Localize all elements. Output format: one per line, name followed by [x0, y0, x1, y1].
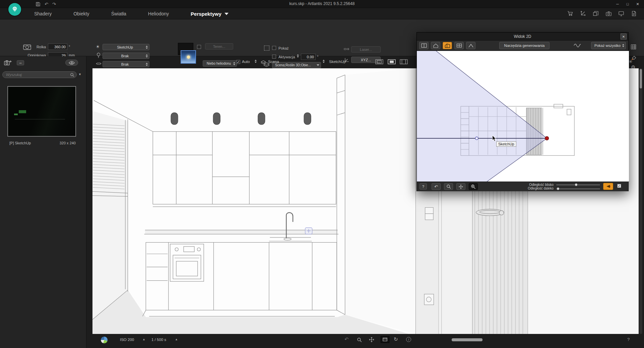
- camera-name-label: SketchUp: [329, 60, 346, 64]
- viewpoint-tooltip: SketchUp: [496, 141, 516, 147]
- minimize-button[interactable]: ─: [613, 0, 623, 8]
- laser-icon: [344, 47, 350, 51]
- laser-button-label: Laser...: [360, 48, 372, 52]
- shutter-stepper-icon[interactable]: ▲: [175, 338, 178, 341]
- menu-perspektywy[interactable]: Perspektywy: [191, 11, 229, 17]
- render-highlight: [14, 114, 18, 115]
- visibility-eye-button[interactable]: [65, 60, 78, 66]
- cart-icon[interactable]: [566, 10, 574, 17]
- viewport-vertical-scrollbar[interactable]: [639, 68, 642, 334]
- visible-layers-select[interactable]: Scena;Roślin 3D;Obie...: [272, 62, 321, 68]
- search-box[interactable]: [2, 71, 77, 78]
- menu-shadery[interactable]: Shadery: [34, 11, 52, 16]
- bulb-lighting-select[interactable]: Brak: [103, 53, 149, 59]
- neon-lighting-select[interactable]: Brak: [103, 61, 149, 67]
- show-all-select[interactable]: Pokaż wszystko: [591, 42, 626, 49]
- view-roof-button[interactable]: [466, 42, 475, 49]
- split-frame-button[interactable]: [399, 59, 408, 65]
- frustum-display-button[interactable]: [603, 183, 613, 190]
- dimensions-icon[interactable]: [579, 10, 587, 17]
- scene-stepper[interactable]: [255, 60, 257, 63]
- viewpoints-sidebar: – ▼ [P] SketchUp 320 x 240: [0, 56, 86, 348]
- pan-tool-button[interactable]: [456, 183, 465, 190]
- close-icon[interactable]: ✕: [621, 33, 627, 40]
- info-icon[interactable]: i: [406, 337, 411, 342]
- remove-viewpoint-button[interactable]: –: [17, 60, 24, 65]
- environment-preview-sky[interactable]: [181, 50, 196, 64]
- widok-2d-titlebar[interactable]: Widok 2D ✕: [417, 32, 628, 41]
- shutter-value[interactable]: 1 / 500 s: [151, 338, 166, 342]
- window-2d-toggle-button[interactable]: [381, 336, 389, 343]
- menu-swiatla[interactable]: Światła: [111, 11, 126, 16]
- xyz-button-label: XYZ...: [361, 58, 371, 62]
- plan-2d-canvas[interactable]: SketchUp: [417, 51, 629, 182]
- undo-tool-button[interactable]: ↶: [432, 183, 441, 190]
- zoom-drag-tool-button[interactable]: [469, 183, 478, 190]
- notes-icon[interactable]: [630, 10, 638, 17]
- generation-tools-button[interactable]: Narzędzia generowania: [499, 42, 550, 49]
- catalog-grid-icon[interactable]: [631, 44, 636, 50]
- chevron-down-icon: [224, 13, 229, 15]
- view-side-elevation-button[interactable]: [454, 42, 464, 49]
- camera-stepper[interactable]: [323, 60, 325, 63]
- iso-value[interactable]: ISO 200: [120, 338, 134, 342]
- far-slider-knob[interactable]: [557, 187, 560, 190]
- full-frame-button[interactable]: [387, 59, 396, 65]
- far-distance-slider[interactable]: [556, 189, 600, 189]
- zoom-tool-icon[interactable]: [357, 337, 362, 342]
- zoom-tool-button[interactable]: [444, 183, 453, 190]
- aktywacja-stepper[interactable]: [297, 54, 299, 58]
- refresh-icon[interactable]: ↻: [394, 336, 398, 342]
- near-distance-slider[interactable]: [556, 185, 600, 185]
- search-input[interactable]: [6, 73, 70, 77]
- aktywacja-checkbox[interactable]: [272, 55, 276, 59]
- render-quality-icon[interactable]: [101, 336, 108, 344]
- teren-button-label: Teren...: [213, 45, 226, 49]
- display-icon[interactable]: [617, 10, 625, 17]
- generation-tools-label: Narzędzia generowania: [504, 44, 545, 48]
- render-camera-icon[interactable]: [604, 10, 613, 17]
- sky-select-value: Niebo heliodonu: [206, 62, 232, 65]
- add-viewpoint-camera-icon[interactable]: [4, 60, 12, 66]
- teren-checkbox[interactable]: [197, 45, 201, 49]
- minus-icon: –: [19, 61, 22, 65]
- sun-lighting-value: SketchUp: [106, 45, 144, 49]
- bulb-icon: [96, 53, 101, 58]
- view-plan-button[interactable]: [443, 42, 452, 49]
- teren-button[interactable]: Teren...: [205, 43, 233, 50]
- widok-2d-window[interactable]: Widok 2D ✕ Narzędzia generowania Pokaż w…: [416, 32, 629, 191]
- viewport-horizontal-scrollbar[interactable]: [452, 338, 482, 341]
- menu-obiekty[interactable]: Obiekty: [73, 11, 89, 16]
- viewpoint-thumbnail[interactable]: [7, 86, 76, 137]
- near-slider-knob[interactable]: [575, 183, 578, 186]
- rolka-unit: °: [69, 45, 70, 49]
- iso-stepper-icon[interactable]: ▲: [142, 338, 145, 341]
- view-split-button[interactable]: [419, 42, 429, 49]
- scene-label: Scena: [268, 60, 279, 64]
- scrollbar-thumb[interactable]: [640, 69, 642, 88]
- pan-tool-icon[interactable]: [369, 337, 375, 343]
- undo-view-icon[interactable]: ↶: [344, 336, 349, 342]
- fit-view-button[interactable]: [375, 59, 384, 65]
- laser-button[interactable]: Laser...: [351, 46, 381, 53]
- frustum-visible-checkbox[interactable]: ✓: [617, 184, 621, 188]
- render-preview: [8, 87, 75, 136]
- sky-select[interactable]: Niebo heliodonu: [203, 60, 237, 67]
- close-button[interactable]: ✕: [633, 0, 643, 8]
- near-distance-label: Odległość blisko: [514, 183, 554, 187]
- aktywacja-input[interactable]: [301, 54, 316, 60]
- view-front-elevation-button[interactable]: [431, 42, 440, 49]
- snowflake-freeze-icon[interactable]: ✳: [629, 59, 633, 64]
- help-button[interactable]: ?: [627, 337, 630, 342]
- maximize-button[interactable]: □: [623, 0, 633, 8]
- help-button[interactable]: ?: [420, 183, 427, 190]
- filter-dropdown-icon[interactable]: ▼: [78, 73, 81, 76]
- help-label: ?: [422, 185, 424, 189]
- auto-checkbox[interactable]: ✓: [236, 60, 240, 64]
- menu-heliodony[interactable]: Heliodony: [148, 11, 169, 16]
- duplicate-window-icon[interactable]: [592, 10, 600, 17]
- path-wave-icon[interactable]: [574, 43, 581, 48]
- sun-lighting-select[interactable]: SketchUp: [103, 44, 149, 50]
- rolka-input[interactable]: [48, 44, 67, 50]
- pokaz-checkbox[interactable]: [272, 46, 276, 50]
